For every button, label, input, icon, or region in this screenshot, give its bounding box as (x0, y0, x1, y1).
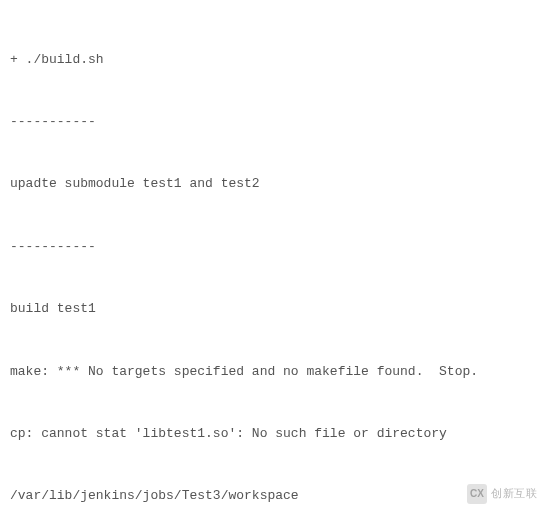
watermark-label: 创新互联 (491, 485, 537, 503)
output-line: /var/lib/jenkins/jobs/Test3/workspace (10, 486, 535, 507)
output-line: ----------- (10, 112, 535, 133)
watermark: CX 创新互联 (467, 484, 537, 504)
output-line: make: *** No targets specified and no ma… (10, 362, 535, 383)
output-line: build test1 (10, 299, 535, 320)
output-line: ----------- (10, 237, 535, 258)
output-line: upadte submodule test1 and test2 (10, 174, 535, 195)
watermark-logo-icon: CX (467, 484, 487, 504)
output-line: cp: cannot stat 'libtest1.so': No such f… (10, 424, 535, 445)
output-line: + ./build.sh (10, 50, 535, 71)
terminal-output: + ./build.sh ----------- upadte submodul… (10, 8, 535, 512)
